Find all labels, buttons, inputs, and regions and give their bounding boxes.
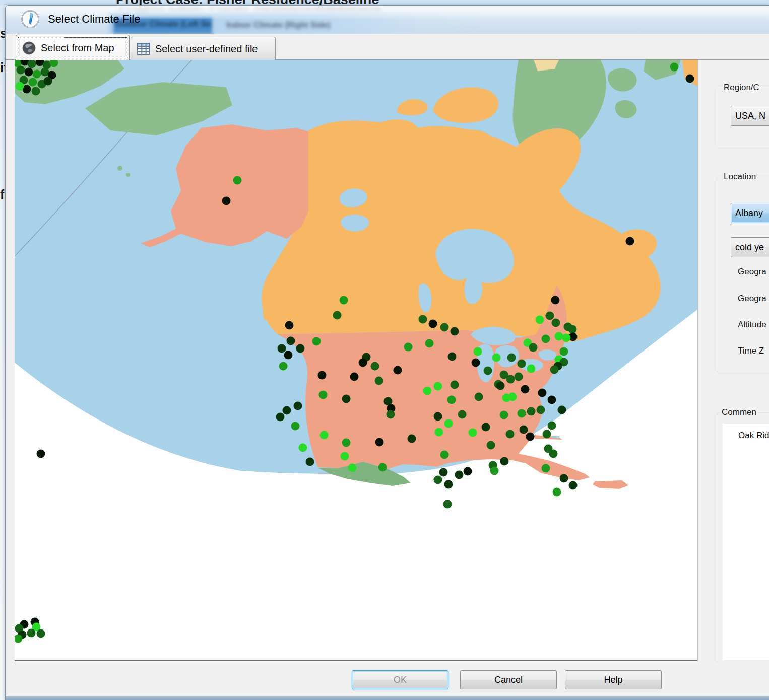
station-dot[interactable]	[294, 402, 302, 410]
station-dot[interactable]	[521, 385, 530, 394]
station-dot[interactable]	[546, 312, 554, 320]
station-dot[interactable]	[320, 431, 329, 440]
station-dot[interactable]	[37, 450, 45, 458]
station-dot[interactable]	[548, 422, 556, 430]
station-dot[interactable]	[518, 360, 526, 368]
station-dot[interactable]	[375, 377, 383, 385]
station-dot[interactable]	[434, 476, 442, 484]
station-dot[interactable]	[542, 464, 550, 473]
station-dot[interactable]	[233, 176, 242, 185]
station-dot[interactable]	[394, 366, 402, 375]
station-dot[interactable]	[408, 435, 416, 443]
station-dot[interactable]	[440, 451, 449, 459]
station-dot[interactable]	[455, 471, 464, 479]
station-dot[interactable]	[464, 467, 472, 476]
station-dot[interactable]	[435, 428, 443, 437]
comments-textarea[interactable]	[723, 424, 769, 660]
station-dot[interactable]	[348, 464, 357, 472]
station-dot[interactable]	[429, 320, 437, 328]
station-dot[interactable]	[487, 441, 495, 450]
station-dot[interactable]	[404, 343, 413, 352]
station-dot[interactable]	[284, 351, 293, 360]
station-dot[interactable]	[33, 70, 41, 79]
station-dot[interactable]	[670, 63, 679, 72]
station-dot[interactable]	[342, 439, 351, 447]
station-dot[interactable]	[548, 396, 556, 404]
station-dot[interactable]	[484, 367, 492, 375]
station-dot[interactable]	[451, 327, 459, 336]
station-dot[interactable]	[549, 450, 558, 458]
region-combobox[interactable]: USA, N	[731, 106, 769, 126]
station-dot[interactable]	[560, 474, 568, 483]
dialog-titlebar[interactable]: Project Case: Fisher Residence/Baseline …	[6, 6, 769, 34]
station-dot[interactable]	[553, 488, 561, 497]
station-dot[interactable]	[474, 347, 482, 356]
station-dot[interactable]	[25, 68, 33, 77]
station-dot[interactable]	[529, 343, 538, 352]
station-dot[interactable]	[507, 354, 516, 362]
station-dot[interactable]	[500, 457, 509, 466]
station-dot[interactable]	[560, 347, 568, 356]
year-type-combobox[interactable]: cold ye	[731, 237, 769, 257]
station-dot[interactable]	[359, 359, 367, 367]
station-dot[interactable]	[350, 373, 359, 381]
station-dot[interactable]	[319, 391, 328, 399]
station-dot[interactable]	[434, 412, 442, 421]
station-dot[interactable]	[16, 82, 24, 91]
station-dot[interactable]	[552, 319, 560, 327]
station-dot[interactable]	[527, 407, 536, 416]
station-dot[interactable]	[287, 337, 295, 345]
station-dot[interactable]	[520, 426, 528, 434]
station-dot[interactable]	[340, 296, 348, 305]
station-dot[interactable]	[502, 394, 511, 402]
station-dot[interactable]	[29, 78, 37, 87]
station-dot[interactable]	[296, 344, 305, 353]
location-combobox[interactable]: Albany	[731, 203, 769, 223]
station-dot[interactable]	[291, 422, 300, 431]
station-dot[interactable]	[434, 382, 442, 391]
station-dot[interactable]	[482, 423, 490, 432]
station-dot[interactable]	[472, 359, 480, 367]
station-dot[interactable]	[506, 375, 515, 384]
help-button[interactable]: Help	[565, 670, 662, 689]
station-dot[interactable]	[543, 430, 551, 439]
station-dot[interactable]	[419, 315, 427, 324]
station-dot[interactable]	[469, 429, 477, 437]
station-dot[interactable]	[371, 362, 379, 371]
station-dot[interactable]	[536, 316, 544, 324]
station-dot[interactable]	[440, 323, 449, 332]
station-dot[interactable]	[500, 411, 508, 419]
station-dot[interactable]	[550, 366, 559, 374]
station-dot[interactable]	[515, 373, 523, 381]
station-dot[interactable]	[32, 87, 40, 96]
cancel-button[interactable]: Cancel	[460, 670, 557, 689]
station-dot[interactable]	[299, 444, 307, 452]
station-dot[interactable]	[475, 393, 483, 401]
station-dot[interactable]	[527, 365, 536, 373]
station-dot[interactable]	[448, 353, 457, 361]
tab-select-user-defined-file[interactable]: Select user-defined file	[131, 37, 276, 60]
station-dot[interactable]	[551, 296, 560, 305]
station-dot[interactable]	[276, 413, 285, 422]
ok-button[interactable]: OK	[352, 670, 448, 689]
station-dot[interactable]	[526, 433, 535, 441]
station-dot[interactable]	[626, 237, 634, 246]
station-dot[interactable]	[285, 321, 294, 330]
station-dot[interactable]	[342, 395, 351, 403]
station-dot[interactable]	[341, 452, 349, 461]
station-dot[interactable]	[562, 334, 571, 342]
station-dot[interactable]	[538, 389, 547, 397]
station-dot[interactable]	[28, 60, 36, 68]
station-dot[interactable]	[568, 325, 577, 334]
station-dot[interactable]	[518, 409, 526, 418]
station-dot[interactable]	[27, 629, 36, 638]
station-dot[interactable]	[378, 463, 387, 472]
station-dot[interactable]	[312, 337, 321, 346]
tab-select-from-map[interactable]: Select from Map	[16, 35, 130, 60]
station-dot[interactable]	[558, 406, 566, 414]
station-dot[interactable]	[37, 629, 45, 638]
station-dot[interactable]	[555, 332, 563, 341]
station-dot[interactable]	[506, 430, 515, 439]
station-dot[interactable]	[283, 406, 291, 415]
station-dot[interactable]	[44, 77, 52, 86]
